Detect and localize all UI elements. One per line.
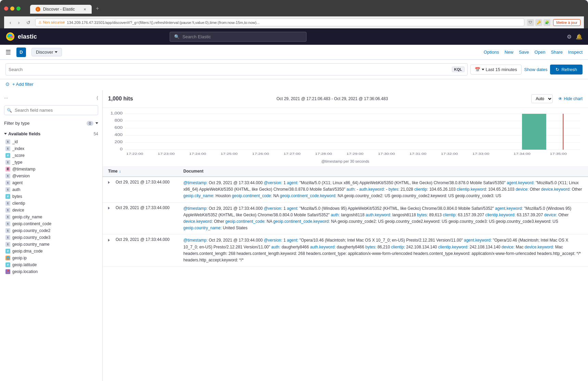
field-item[interactable]: t geoip.country_code3 xyxy=(4,234,98,241)
field-item[interactable]: # bytes xyxy=(4,193,98,200)
field-key: agent: xyxy=(287,180,298,185)
field-key: auth.keyword: xyxy=(310,245,336,249)
field-type-badge: t xyxy=(5,235,10,240)
field-key: @version: xyxy=(264,206,282,211)
field-item[interactable]: t geoip.country_name xyxy=(4,241,98,248)
field-item[interactable]: 🌐 geoip.ip xyxy=(4,255,98,261)
row-expand-button[interactable] xyxy=(108,238,114,242)
available-fields-header[interactable]: Available fields 54 xyxy=(4,131,98,136)
sidebar-toggle-icon[interactable]: ··· xyxy=(4,95,8,100)
row-expand-button[interactable] xyxy=(108,180,114,184)
svg-text:800: 800 xyxy=(115,119,123,122)
share-button[interactable]: Share xyxy=(551,50,563,55)
browser-update-button[interactable]: Mettre à jour xyxy=(553,19,580,26)
svg-text:17:32:00: 17:32:00 xyxy=(441,152,458,155)
field-key: agent: xyxy=(287,238,298,243)
sidebar-collapse-icon[interactable]: ⟨ xyxy=(96,95,98,100)
ext-icon-1[interactable]: 🔑 xyxy=(535,19,542,26)
address-bar[interactable]: ⚠ Non sécurisé 134.209.176.47:31501/app/… xyxy=(35,18,524,26)
field-item[interactable]: 📍 geoip.location xyxy=(4,268,98,275)
inspect-button[interactable]: Inspect xyxy=(568,50,583,55)
settings-icon[interactable]: ⚙ xyxy=(567,33,572,40)
field-key: device: xyxy=(501,245,514,249)
options-button[interactable]: Options xyxy=(484,50,499,55)
field-item[interactable]: # _score xyxy=(4,152,98,159)
kql-badge[interactable]: KQL xyxy=(452,67,465,72)
svg-text:17:24:00: 17:24:00 xyxy=(189,152,206,155)
field-name: @timestamp xyxy=(12,167,36,172)
sidebar: ··· ⟨ 🔍 Filter by type 0 xyxy=(0,90,103,381)
field-item[interactable]: t geoip.city_name xyxy=(4,214,98,220)
save-button[interactable]: Save xyxy=(519,50,529,55)
field-key: clientip: xyxy=(391,245,405,249)
field-key: geoip.country_name: xyxy=(183,226,222,230)
tab-favicon: E xyxy=(36,7,40,12)
query-input[interactable] xyxy=(9,67,452,72)
row-time: Oct 29, 2021 @ 17:33:44.000 xyxy=(116,205,183,210)
browser-tab-active[interactable]: E Discover - Elastic ✕ xyxy=(30,5,92,14)
row-expand-button[interactable] xyxy=(108,206,114,210)
notifications-icon[interactable]: 🔔 xyxy=(576,33,583,40)
hide-chart-button[interactable]: 👁 Hide chart xyxy=(558,96,583,101)
bar-chart-svg: 1,000 800 600 400 200 0 xyxy=(108,110,583,158)
field-key: bytes: xyxy=(389,187,400,192)
svg-text:200: 200 xyxy=(115,140,123,144)
field-type-badge: t xyxy=(5,139,10,144)
tab-close-button[interactable]: ✕ xyxy=(83,8,86,11)
show-dates-button[interactable]: Show dates xyxy=(524,67,548,72)
global-search[interactable]: 🔍 Search Elastic xyxy=(170,32,306,42)
filter-icon[interactable]: ⊙ xyxy=(5,81,10,87)
open-button[interactable]: Open xyxy=(535,50,546,55)
browser-reload-button[interactable]: ↺ xyxy=(24,19,32,26)
field-key: clientip.keyword: xyxy=(438,245,469,249)
field-key: bytes: xyxy=(365,245,376,249)
traffic-light-yellow xyxy=(10,6,14,11)
field-item[interactable]: # geoip.latitude xyxy=(4,261,98,268)
filter-by-type[interactable]: Filter by type 0 xyxy=(0,118,102,128)
refresh-label: Refresh xyxy=(561,67,577,72)
svg-text:17:29:00: 17:29:00 xyxy=(347,152,364,155)
traffic-light-green xyxy=(16,6,21,11)
ext-icon-2[interactable]: 🧩 xyxy=(544,19,550,26)
hamburger-menu-button[interactable]: ☰ xyxy=(5,49,11,56)
time-picker[interactable]: 📅 Last 15 minutes xyxy=(470,65,522,74)
search-fields-input[interactable] xyxy=(4,105,98,115)
svg-text:17:33:00: 17:33:00 xyxy=(472,152,489,155)
row-document: @timestamp: Oct 29, 2021 @ 17:33:44.000 … xyxy=(183,180,583,200)
field-item[interactable]: 🗓 @timestamp xyxy=(4,166,98,173)
field-item[interactable]: t device xyxy=(4,207,98,214)
field-item[interactable]: t clientip xyxy=(4,200,98,207)
refresh-button[interactable]: ↻ Refresh xyxy=(550,65,583,74)
field-item[interactable]: t _id xyxy=(4,138,98,145)
field-item[interactable]: t @version xyxy=(4,173,98,179)
column-time[interactable]: Time ↓ xyxy=(108,169,183,174)
field-item[interactable]: t geoip.country_code2 xyxy=(4,227,98,234)
add-filter-button[interactable]: + Add filter xyxy=(12,82,34,87)
discover-label: Discover xyxy=(36,50,53,55)
new-tab-button[interactable]: + xyxy=(92,3,102,14)
elastic-logo[interactable]: elastic xyxy=(5,32,37,41)
interval-select[interactable]: Auto xyxy=(531,94,553,103)
field-item[interactable]: t geoip.continent_code xyxy=(4,220,98,227)
field-item[interactable]: # geoip.dma_code xyxy=(4,248,98,255)
field-name: @version xyxy=(12,174,30,178)
svg-text:17:30:00: 17:30:00 xyxy=(378,152,395,155)
field-item[interactable]: t agent xyxy=(4,179,98,186)
main-content: ··· ⟨ 🔍 Filter by type 0 xyxy=(0,90,588,381)
browser-forward-button[interactable]: › xyxy=(16,19,22,26)
ext-shield-icon[interactable]: 🛡 xyxy=(527,19,534,26)
filter-by-type-label: Filter by type xyxy=(4,121,29,126)
available-fields-title: Available fields xyxy=(4,131,40,136)
browser-back-button[interactable]: ‹ xyxy=(8,19,13,26)
field-key: clientip.keyword: xyxy=(485,213,516,217)
query-bar: KQL 📅 Last 15 minutes Show dates ↻ Refre… xyxy=(0,60,588,79)
field-key: auth: xyxy=(331,213,340,217)
field-item[interactable]: t _index xyxy=(4,145,98,152)
discover-breadcrumb-button[interactable]: Discover xyxy=(31,48,62,56)
field-item[interactable]: t auth xyxy=(4,186,98,193)
search-fields-container: 🔍 xyxy=(4,105,98,115)
chart-header: 1,000 hits Oct 29, 2021 @ 17:21:06.483 -… xyxy=(103,90,588,108)
field-item[interactable]: t _type xyxy=(4,159,98,166)
query-input-wrapper[interactable]: KQL xyxy=(5,63,468,76)
new-button[interactable]: New xyxy=(505,50,513,55)
